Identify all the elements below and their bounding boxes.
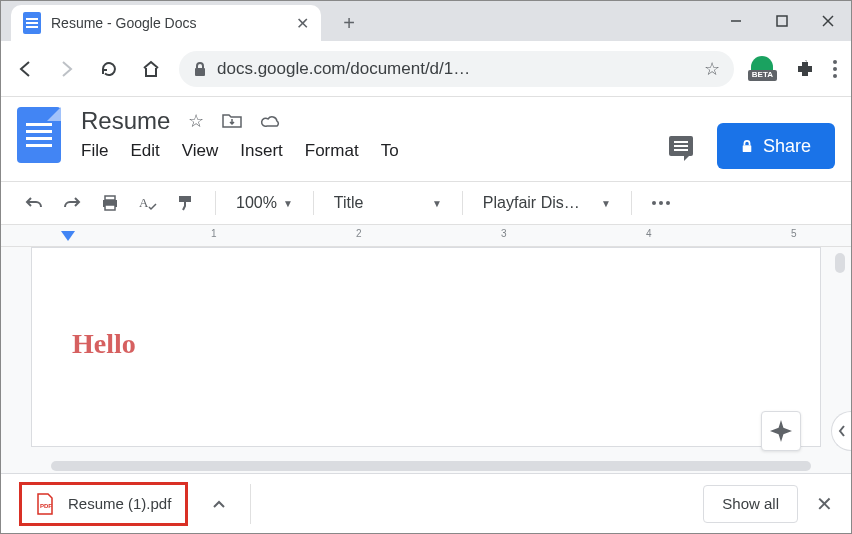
svg-rect-1 [777,16,787,26]
close-tab-icon[interactable]: ✕ [296,14,309,33]
tab-title: Resume - Google Docs [51,15,286,31]
minimize-button[interactable] [713,1,759,41]
svg-text:A: A [139,195,149,210]
print-button[interactable] [95,191,125,215]
menu-file[interactable]: File [81,141,108,161]
spellcheck-button[interactable]: A [133,191,163,215]
new-tab-button[interactable]: + [335,9,363,37]
svg-rect-8 [105,205,115,210]
vertical-scrollbar[interactable] [835,253,845,273]
download-file-name: Resume (1).pdf [68,495,171,512]
browser-titlebar: Resume - Google Docs ✕ + [1,1,851,41]
address-bar: docs.google.com/document/d/1… ☆ BETA [1,41,851,97]
home-button[interactable] [137,55,165,83]
paint-format-button[interactable] [171,191,201,215]
bookmark-star-icon[interactable]: ☆ [704,58,720,80]
svg-rect-4 [195,68,205,76]
lock-icon [193,61,207,77]
share-label: Share [763,136,811,157]
menu-format[interactable]: Format [305,141,359,161]
maximize-button[interactable] [759,1,805,41]
redo-button[interactable] [57,192,87,214]
back-button[interactable] [11,55,39,83]
close-window-button[interactable] [805,1,851,41]
svg-rect-5 [743,145,752,152]
undo-button[interactable] [19,192,49,214]
menu-view[interactable]: View [182,141,219,161]
document-canvas: Hello [1,247,851,473]
downloads-bar: PDF Resume (1).pdf Show all ✕ [1,473,851,533]
document-page[interactable]: Hello [31,247,821,447]
browser-tab[interactable]: Resume - Google Docs ✕ [11,5,321,41]
star-document-icon[interactable]: ☆ [188,110,204,132]
indent-marker-icon[interactable] [61,231,75,241]
url-text: docs.google.com/document/d/1… [217,59,694,79]
cloud-status-icon[interactable] [260,113,282,129]
download-chip[interactable]: PDF Resume (1).pdf [19,482,188,526]
download-options-button[interactable] [202,487,236,521]
document-heading: Hello [72,328,780,360]
url-box[interactable]: docs.google.com/document/d/1… ☆ [179,51,734,87]
explore-button[interactable] [761,411,801,451]
docs-header: Resume ☆ File Edit View Insert Format To [1,97,851,181]
paragraph-style-dropdown[interactable]: Title▼ [328,194,448,212]
docs-favicon [23,12,41,34]
sparkle-icon [770,420,792,442]
svg-text:PDF: PDF [40,503,52,509]
menu-tools[interactable]: To [381,141,399,161]
browser-menu-button[interactable] [833,60,837,78]
svg-rect-6 [105,196,115,200]
zoom-dropdown[interactable]: 100%▼ [230,194,299,212]
beta-extension-icon[interactable]: BETA [748,56,777,81]
docs-logo-icon[interactable] [17,107,61,163]
ruler[interactable]: 1 2 3 4 5 [1,225,851,247]
separator [250,484,251,524]
menu-edit[interactable]: Edit [130,141,159,161]
menu-bar: File Edit View Insert Format To [81,141,399,161]
close-downloads-bar-button[interactable]: ✕ [816,492,833,516]
show-all-downloads-button[interactable]: Show all [703,485,798,523]
docs-toolbar: A 100%▼ Title▼ Playfair Dis…▼ [1,181,851,225]
reload-button[interactable] [95,55,123,83]
horizontal-scrollbar[interactable] [51,461,811,471]
move-document-icon[interactable] [222,113,242,129]
window-controls [713,1,851,41]
share-button[interactable]: Share [717,123,835,169]
document-title[interactable]: Resume [81,107,170,135]
svg-rect-10 [179,196,191,202]
comments-icon[interactable] [669,136,693,156]
forward-button[interactable] [53,55,81,83]
toolbar-more-button[interactable] [646,201,676,205]
pdf-icon: PDF [36,493,54,515]
extensions-icon[interactable] [791,55,819,83]
side-panel-toggle[interactable] [831,411,851,451]
font-dropdown[interactable]: Playfair Dis…▼ [477,194,617,212]
menu-insert[interactable]: Insert [240,141,283,161]
